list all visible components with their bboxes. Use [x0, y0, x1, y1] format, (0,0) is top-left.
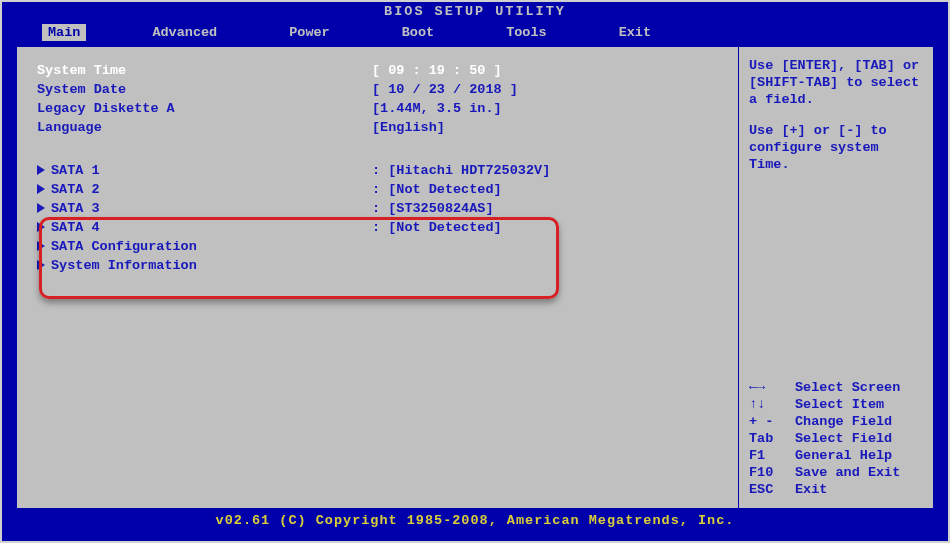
help-hint-2: Use [+] or [-] to configure system Time.: [749, 122, 923, 173]
label-sata-3: SATA 3: [37, 201, 372, 216]
key-esc: ESC: [749, 481, 795, 498]
label-language: Language: [37, 120, 372, 135]
help-keys: ←→Select Screen ↑↓Select Item + -Change …: [749, 379, 923, 498]
bios-screen: BIOS SETUP UTILITY Main Advanced Power B…: [0, 0, 950, 543]
label-sata-config: SATA Configuration: [37, 239, 372, 254]
label-sata-1: SATA 1: [37, 163, 372, 178]
desc-lr: Select Screen: [795, 379, 900, 396]
value-system-date: [ 10 / 23 / 2018 ]: [372, 82, 718, 97]
help-key-f1: F1General Help: [749, 447, 923, 464]
caret-icon: [37, 184, 45, 194]
caret-icon: [37, 241, 45, 251]
menu-advanced[interactable]: Advanced: [146, 24, 223, 41]
value-sata-3: : [ST3250824AS]: [372, 201, 718, 216]
field-system-date[interactable]: System Date [ 10 / 23 / 2018 ]: [37, 80, 718, 99]
help-key-pm: + -Change Field: [749, 413, 923, 430]
desc-esc: Exit: [795, 481, 827, 498]
value-sata-1: : [Hitachi HDT725032V]: [372, 163, 718, 178]
menu-power[interactable]: Power: [283, 24, 336, 41]
caret-icon: [37, 222, 45, 232]
desc-f10: Save and Exit: [795, 464, 900, 481]
title-bar: BIOS SETUP UTILITY: [2, 2, 948, 22]
help-text: Use [ENTER], [TAB] or [SHIFT-TAB] to sel…: [749, 57, 923, 173]
help-key-ud: ↑↓Select Item: [749, 396, 923, 413]
menu-bar: Main Advanced Power Boot Tools Exit: [2, 22, 948, 42]
label-system-time: System Time: [37, 63, 372, 78]
submenu-sata-3[interactable]: SATA 3 : [ST3250824AS]: [37, 199, 718, 218]
value-sata-4: : [Not Detected]: [372, 220, 718, 235]
caret-icon: [37, 260, 45, 270]
body-area: System Time [ 09 : 19 : 50 ] System Date…: [16, 46, 934, 509]
text-sata-4: SATA 4: [51, 220, 100, 235]
desc-tab: Select Field: [795, 430, 892, 447]
submenu-sata-1[interactable]: SATA 1 : [Hitachi HDT725032V]: [37, 161, 718, 180]
label-system-info: System Information: [37, 258, 372, 273]
value-legacy-diskette-a: [1.44M, 3.5 in.]: [372, 101, 718, 116]
value-system-time: [ 09 : 19 : 50 ]: [372, 63, 718, 78]
label-sata-2: SATA 2: [37, 182, 372, 197]
submenu-sata-configuration[interactable]: SATA Configuration: [37, 237, 718, 256]
desc-f1: General Help: [795, 447, 892, 464]
spacer: [37, 137, 718, 161]
desc-ud: Select Item: [795, 396, 884, 413]
text-system-info: System Information: [51, 258, 197, 273]
help-key-esc: ESCExit: [749, 481, 923, 498]
field-system-time[interactable]: System Time [ 09 : 19 : 50 ]: [37, 61, 718, 80]
help-key-f10: F10Save and Exit: [749, 464, 923, 481]
caret-icon: [37, 203, 45, 213]
submenu-system-information[interactable]: System Information: [37, 256, 718, 275]
menu-exit[interactable]: Exit: [613, 24, 657, 41]
field-language[interactable]: Language [English]: [37, 118, 718, 137]
text-sata-3: SATA 3: [51, 201, 100, 216]
value-sata-2: : [Not Detected]: [372, 182, 718, 197]
field-legacy-diskette-a[interactable]: Legacy Diskette A [1.44M, 3.5 in.]: [37, 99, 718, 118]
value-language: [English]: [372, 120, 718, 135]
caret-icon: [37, 165, 45, 175]
label-sata-4: SATA 4: [37, 220, 372, 235]
menu-main[interactable]: Main: [42, 24, 86, 41]
help-key-tab: TabSelect Field: [749, 430, 923, 447]
key-tab: Tab: [749, 430, 795, 447]
menu-tools[interactable]: Tools: [500, 24, 553, 41]
help-hint-1: Use [ENTER], [TAB] or [SHIFT-TAB] to sel…: [749, 57, 923, 108]
key-ud: ↑↓: [749, 396, 795, 413]
submenu-sata-2[interactable]: SATA 2 : [Not Detected]: [37, 180, 718, 199]
help-pane: Use [ENTER], [TAB] or [SHIFT-TAB] to sel…: [739, 47, 933, 508]
desc-pm: Change Field: [795, 413, 892, 430]
text-sata-2: SATA 2: [51, 182, 100, 197]
key-f10: F10: [749, 464, 795, 481]
submenu-sata-4[interactable]: SATA 4 : [Not Detected]: [37, 218, 718, 237]
main-pane: System Time [ 09 : 19 : 50 ] System Date…: [17, 47, 739, 508]
key-lr: ←→: [749, 379, 795, 396]
label-legacy-diskette-a: Legacy Diskette A: [37, 101, 372, 116]
help-key-lr: ←→Select Screen: [749, 379, 923, 396]
text-sata-config: SATA Configuration: [51, 239, 197, 254]
menu-boot[interactable]: Boot: [396, 24, 440, 41]
help-gap: [749, 108, 923, 122]
footer-copyright: v02.61 (C) Copyright 1985-2008, American…: [2, 513, 948, 531]
label-system-date: System Date: [37, 82, 372, 97]
key-f1: F1: [749, 447, 795, 464]
text-sata-1: SATA 1: [51, 163, 100, 178]
key-pm: + -: [749, 413, 795, 430]
